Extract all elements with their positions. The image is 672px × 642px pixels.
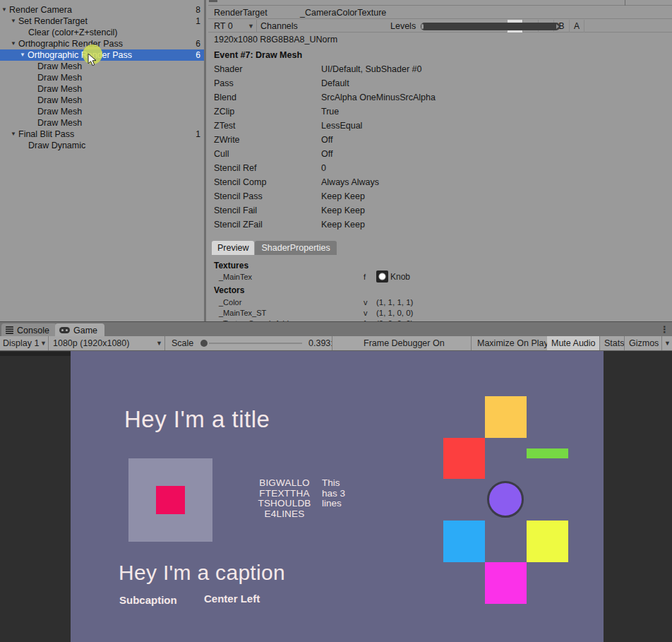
tree-item-draw-dynamic[interactable]: Draw Dynamic bbox=[0, 140, 204, 151]
texture-row: _MainTex f Knob bbox=[208, 271, 672, 283]
render-target-value: _CameraColorTexture bbox=[300, 6, 386, 19]
property-label: Stencil Comp bbox=[214, 175, 321, 189]
scale-slider-track[interactable] bbox=[209, 343, 302, 344]
purple-circle bbox=[487, 481, 524, 518]
tree-item-draw-mesh[interactable]: Draw Mesh bbox=[0, 95, 204, 106]
property-value: Off bbox=[321, 147, 332, 161]
levels-range-slider[interactable] bbox=[421, 23, 560, 30]
green-bar bbox=[527, 448, 568, 458]
table-row: BlendSrcAlpha OneMinusSrcAlpha bbox=[214, 90, 609, 105]
property-label: Shader bbox=[214, 62, 321, 76]
render-target-label: RenderTarget bbox=[214, 6, 268, 19]
event-tree-panel: ▼Render Camera8 ▼Set RenderTarget1 Clear… bbox=[0, 0, 206, 321]
property-value: True bbox=[321, 105, 339, 119]
tab-game[interactable]: Game bbox=[55, 323, 104, 337]
channel-a-button[interactable]: A bbox=[569, 20, 584, 32]
gizmos-button[interactable]: Gizmos bbox=[629, 336, 659, 350]
tree-item-set-rendertarget[interactable]: ▼Set RenderTarget1 bbox=[0, 16, 204, 27]
vector-name: _Color bbox=[219, 297, 241, 308]
foldout-arrow-icon[interactable]: ▼ bbox=[20, 49, 28, 61]
game-view-area: Hey I'm a title BIGWALLO FTEXTTHA TSHOUL… bbox=[0, 351, 672, 642]
scale-slider-knob[interactable] bbox=[200, 340, 208, 347]
property-value: Keep Keep bbox=[321, 203, 365, 218]
mute-audio-button[interactable]: Mute Audio bbox=[551, 336, 596, 350]
yellow-square bbox=[527, 521, 568, 562]
chevron-down-icon[interactable]: ▼ bbox=[156, 336, 162, 350]
frame-debugger-status[interactable]: Frame Debugger On bbox=[364, 336, 445, 350]
table-row: ZTestLessEqual bbox=[214, 119, 609, 133]
property-label: Stencil Ref bbox=[214, 161, 321, 175]
property-value: 0 bbox=[321, 161, 326, 175]
tree-item-label: Set RenderTarget bbox=[18, 16, 88, 27]
kebab-menu-icon[interactable]: ⋮ bbox=[660, 323, 669, 336]
tree-item-label: Orthographic Render Pass bbox=[28, 49, 132, 61]
event-title: Event #7: Draw Mesh bbox=[214, 50, 302, 60]
table-row: ZClipTrue bbox=[214, 105, 609, 119]
tab-shader-properties[interactable]: ShaderProperties bbox=[255, 241, 336, 255]
tab-console[interactable]: Console bbox=[1, 323, 56, 337]
tab-preview[interactable]: Preview bbox=[212, 241, 254, 255]
tree-item-draw-mesh[interactable]: Draw Mesh bbox=[0, 83, 204, 95]
tree-item-final-blit-pass[interactable]: ▼Final Blit Pass1 bbox=[0, 129, 204, 140]
foldout-arrow-icon[interactable]: ▼ bbox=[11, 129, 18, 140]
vector-type: v bbox=[364, 297, 368, 308]
resolution-dropdown[interactable]: 1080p (1920x1080) bbox=[53, 336, 129, 350]
display-dropdown[interactable]: Display 1 bbox=[3, 336, 39, 350]
property-value: UI/Default, SubShader #0 bbox=[321, 62, 421, 76]
tree-item-draw-mesh[interactable]: Draw Mesh bbox=[0, 117, 204, 129]
foldout-arrow-icon[interactable]: ▼ bbox=[11, 38, 18, 49]
property-value: Default bbox=[321, 76, 349, 90]
tree-item-label: Render Camera bbox=[9, 4, 72, 16]
blue-square bbox=[443, 521, 485, 562]
table-row: Stencil ZFailKeep Keep bbox=[214, 218, 609, 232]
property-label: Pass bbox=[214, 76, 321, 90]
tree-item-label: Draw Mesh bbox=[37, 106, 82, 117]
chevron-down-icon[interactable]: ▼ bbox=[664, 336, 671, 350]
texture-thumbnail-icon[interactable] bbox=[376, 271, 388, 283]
tab-console-label: Console bbox=[17, 326, 49, 335]
game-subcaption-text: Subcaption bbox=[119, 594, 177, 606]
tree-item-draw-mesh[interactable]: Draw Mesh bbox=[0, 61, 204, 72]
game-caption-text: Hey I'm a caption bbox=[119, 561, 285, 585]
console-icon bbox=[6, 326, 13, 334]
table-row: Stencil PassKeep Keep bbox=[214, 189, 609, 203]
center-left-text: Center Left bbox=[204, 593, 260, 605]
tree-item-count: 1 bbox=[196, 129, 200, 140]
texture-format-text: 1920x1080 R8G8B8A8_UNorm bbox=[214, 33, 337, 47]
table-row: ShaderUI/Default, SubShader #0 bbox=[214, 62, 609, 76]
property-value: LessEqual bbox=[321, 119, 362, 133]
chevron-down-icon[interactable]: ▼ bbox=[40, 336, 47, 350]
stats-button[interactable]: Stats bbox=[604, 336, 625, 350]
property-label: ZClip bbox=[214, 105, 321, 119]
table-row: ZWriteOff bbox=[214, 133, 609, 147]
tree-item-render-camera[interactable]: ▼Render Camera8 bbox=[0, 4, 204, 16]
property-label: Stencil Fail bbox=[214, 203, 321, 218]
foldout-arrow-icon[interactable]: ▼ bbox=[11, 16, 18, 27]
table-row: Stencil FailKeep Keep bbox=[214, 203, 609, 218]
property-label: ZTest bbox=[214, 119, 321, 133]
tree-item-draw-mesh[interactable]: Draw Mesh bbox=[0, 106, 204, 117]
detail-top-strip bbox=[208, 0, 672, 6]
tree-item-count: 1 bbox=[196, 16, 200, 27]
game-title-text: Hey I'm a title bbox=[124, 406, 270, 433]
tree-item-label: Draw Mesh bbox=[37, 61, 82, 72]
rt-dropdown[interactable]: RT 0 bbox=[214, 20, 233, 32]
vector-row: _Color v (1, 1, 1, 1) bbox=[208, 297, 672, 308]
tree-item-draw-mesh[interactable]: Draw Mesh bbox=[0, 72, 204, 83]
bigwall-text: BIGWALLO FTEXTTHA TSHOULDB E4LINES bbox=[256, 478, 313, 519]
tab-game-label: Game bbox=[73, 326, 97, 335]
tree-item-label: Clear (color+Z+stencil) bbox=[28, 27, 117, 38]
vector-name: _MainTex_ST bbox=[219, 307, 266, 319]
chevron-down-icon[interactable]: ▼ bbox=[248, 20, 254, 32]
texture-name: _MainTex bbox=[219, 271, 252, 283]
tree-item-clear[interactable]: Clear (color+Z+stencil) bbox=[0, 27, 204, 38]
scale-label: Scale bbox=[172, 336, 193, 350]
tree-item-label: Draw Mesh bbox=[37, 95, 82, 106]
tree-item-ortho-pass[interactable]: ▼Orthographic Render Pass6 bbox=[0, 38, 204, 49]
tree-item-label: Draw Mesh bbox=[37, 72, 82, 83]
foldout-arrow-icon[interactable]: ▼ bbox=[1, 4, 9, 16]
vector-type: v bbox=[364, 307, 368, 319]
property-label: Blend bbox=[214, 90, 321, 105]
render-target-row: RenderTarget _CameraColorTexture bbox=[208, 6, 672, 19]
maximize-on-play-button[interactable]: Maximize On Play bbox=[477, 336, 548, 350]
